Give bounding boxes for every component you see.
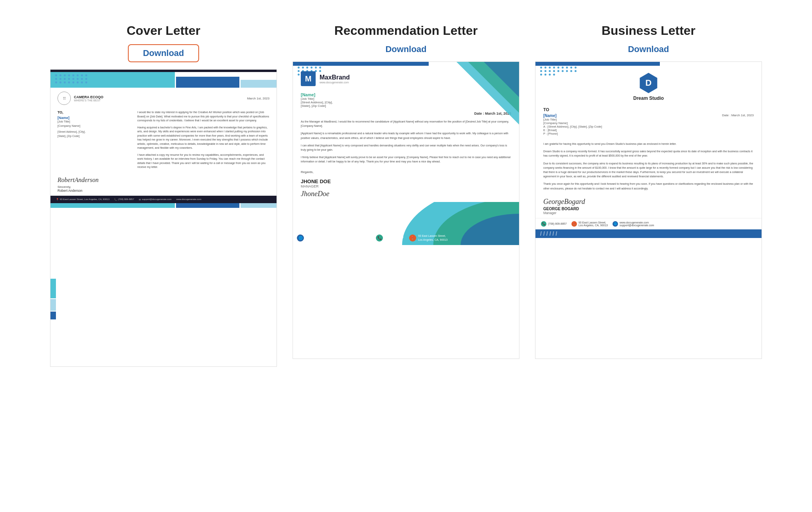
rec-signer-title: MANAGER	[301, 184, 511, 188]
rec-contact-address: 📍 93 East Lassen Street, Los Angeles, CA…	[409, 234, 447, 242]
rec-brand-info: MaxBrand www.docugenerate.com	[320, 74, 350, 84]
cover-para1: I would like to state my interest in app…	[137, 110, 269, 123]
cover-logo-icon: ☷	[57, 92, 71, 105]
cover-letter-preview: ☷ CAMERA ECOQO WHERE'S THE BEST March 1s…	[50, 69, 277, 367]
rec-phone-icon: 📞	[376, 234, 383, 242]
cover-bottom-accents	[50, 203, 277, 208]
cover-logo-row: ☷ CAMERA ECOQO WHERE'S THE BEST March 1s…	[50, 88, 277, 107]
biz-footer-phone: 📞 (708) 809-8857	[541, 221, 567, 227]
cover-letter-title: Cover Letter	[127, 23, 201, 38]
cover-side-2	[50, 299, 56, 311]
rec-phone-text: (708) 809-8857	[385, 236, 404, 239]
rec-contact-row: 🌐 www.docugenerate.com support@docugener…	[297, 234, 447, 242]
cover-side-3	[50, 312, 56, 319]
biz-para4: Thank you once again for this opportunit…	[543, 182, 754, 190]
cover-footer-address: 📍 93 East Lassen Street, Los Angeles, CA…	[56, 198, 110, 201]
biz-phone-icon: 📞	[541, 221, 546, 227]
biz-footer-web: 🌐 www.docugenerate.com support@docugener…	[613, 221, 654, 227]
cover-bottom-3	[241, 203, 277, 208]
rec-addr-text: 93 East Lassen Street, Los Angeles, CA, …	[418, 234, 447, 242]
biz-globe-icon: 🌐	[613, 221, 618, 227]
biz-slash-4: /	[550, 231, 551, 237]
business-download[interactable]: Download	[628, 44, 669, 54]
rec-globe-icon: 🌐	[297, 234, 304, 242]
business-title: Business Letter	[602, 23, 695, 38]
cover-company-field: [Company Name]	[57, 124, 132, 128]
cover-name-field: [Name]	[57, 116, 132, 120]
rec-brand-url: www.docugenerate.com	[320, 81, 350, 84]
rec-name: [Name]	[301, 92, 511, 97]
cover-side-1	[50, 279, 56, 298]
cover-footer-phone: 📞 (708) 809-8857	[114, 198, 134, 201]
rec-contact-web: 🌐 www.docugenerate.com support@docugener…	[297, 234, 370, 242]
rec-para4: I firmly believe that [Applicant Name] w…	[301, 155, 511, 164]
cover-letter-column: Cover Letter Download ☷	[50, 23, 277, 367]
biz-para3: Due to its consistent successes, the com…	[543, 161, 754, 179]
cover-date: March 1st, 2023	[247, 97, 269, 100]
cover-para2: Having acquired a bachelor's degree in F…	[137, 126, 269, 150]
rec-logo-box: M	[301, 71, 316, 86]
cover-signature-area: RobertAnderson Sincerely, Robert Anderso…	[50, 173, 277, 196]
biz-web-text: www.docugenerate.com support@docugenerat…	[620, 221, 654, 227]
cover-company-tagline: WHERE'S THE BEST	[74, 99, 103, 102]
cover-accent-2	[176, 77, 239, 88]
biz-to-label: TO	[543, 107, 754, 112]
biz-top-accent	[535, 62, 660, 66]
biz-footer-bar: 📞 (708) 809-8857 📍 93 East Lassen Street…	[535, 218, 762, 229]
biz-signature-area: GeorgeBogard GEORGE BOGARD Manager	[535, 195, 762, 218]
biz-job-title: [Job Title]	[543, 118, 602, 121]
cover-footer-email: ✉ support@docugenerate.com	[139, 198, 172, 201]
biz-para1: I am grateful for having this opportunit…	[543, 142, 754, 146]
recommendation-title: Recommendation Letter	[334, 23, 478, 38]
biz-addr-p: P : [Phone]	[543, 132, 602, 135]
rec-bottom-shape: 🌐 www.docugenerate.com support@docugener…	[293, 202, 519, 245]
rec-contact-phone: 📞 (708) 809-8857	[376, 234, 404, 242]
rec-logo-row: M MaxBrand www.docugenerate.com	[293, 66, 519, 90]
cover-to-label: TO,	[57, 110, 132, 114]
biz-name-date-row: [Name] [Job Title] [Company Name] A : [S…	[543, 114, 754, 135]
biz-pin-icon: 📍	[571, 221, 577, 227]
cover-right-section: I would like to state my interest in app…	[137, 110, 269, 169]
cover-letter-download[interactable]: Download	[128, 44, 199, 62]
biz-addr-a: A : [Street Address], [City], [State], […	[543, 125, 602, 128]
biz-addr-text: 93 East Lassen Street, Los Angeles, CA, …	[578, 221, 608, 227]
recommendation-download[interactable]: Download	[385, 44, 426, 54]
rec-signature-area: Regards, JHONE DOE MANAGER JhoneDoe	[293, 166, 519, 202]
biz-name: [Name]	[543, 114, 602, 118]
business-letter-column: Business Letter Download D Dream Studio	[535, 23, 762, 359]
cover-footer-email-icon: ✉	[139, 198, 141, 201]
cover-accent-3	[241, 80, 277, 88]
rec-top-accent	[293, 62, 429, 66]
cover-bottom-1	[50, 203, 175, 208]
biz-addr-e: E : [Email]	[543, 128, 602, 132]
rec-job-title: [Job Title]	[301, 97, 511, 101]
dot-decoration-tl	[55, 74, 88, 83]
cover-bottom-2	[176, 203, 239, 208]
recommendation-column: Recommendation Letter Download	[293, 23, 519, 359]
biz-para2: Dream Studio is a company recently forme…	[543, 149, 754, 158]
biz-slash-3: /	[546, 231, 548, 237]
cover-footer-bar: 📍 93 East Lassen Street, Los Angeles, CA…	[50, 196, 277, 203]
biz-logo-hex: D	[638, 73, 659, 93]
biz-body: I am grateful for having this opportunit…	[535, 138, 762, 195]
biz-slash-5: /	[553, 231, 554, 237]
cover-side-accent	[50, 279, 56, 319]
biz-slash-1: /	[540, 231, 542, 237]
cover-footer-phone-icon: 📞	[114, 198, 117, 201]
rec-state-zip: [State], [Zip Code]	[301, 104, 511, 108]
biz-signer-name: GEORGE BOGARD	[543, 207, 754, 211]
cover-left-section: TO, [Name] [Job Title] [Company Name] [S…	[57, 110, 132, 169]
biz-company: [Company Name]	[543, 121, 602, 125]
cover-company-name: CAMERA ECOQO	[74, 95, 103, 99]
biz-date: Date : March 1st, 2023	[722, 114, 754, 117]
rec-web-text: www.docugenerate.com support@docugenerat…	[306, 236, 370, 240]
biz-signer-title: Manager	[543, 211, 754, 215]
cover-signer: Robert Anderson	[57, 189, 269, 193]
rec-street: [Street Address], [City],	[301, 101, 511, 104]
rec-signer-name: JHONE DOE	[301, 178, 511, 184]
cover-para3: I have attached a copy my resume for you…	[137, 153, 269, 169]
biz-footer-addr: 📍 93 East Lassen Street, Los Angeles, CA…	[571, 221, 608, 227]
biz-dots-tl	[540, 67, 577, 76]
cover-job-title: [Job Title]	[57, 120, 132, 123]
rec-brand-name: MaxBrand	[320, 74, 350, 81]
